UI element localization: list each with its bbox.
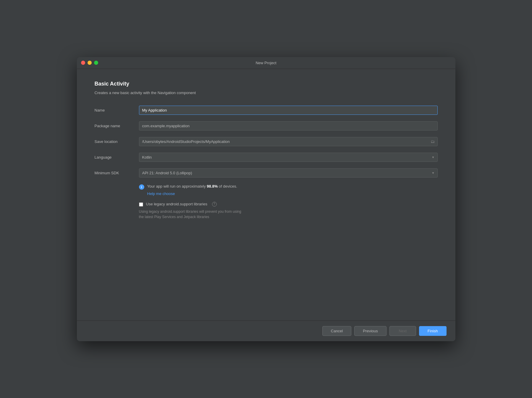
previous-button[interactable]: Previous: [354, 326, 387, 336]
legacy-description-text: Using legacy android.support libraries w…: [139, 210, 241, 219]
bottom-bar: Cancel Previous Next Finish: [77, 320, 455, 341]
legacy-description: Using legacy android.support libraries w…: [139, 209, 438, 220]
close-button[interactable]: [81, 61, 85, 65]
page-description: Creates a new basic activity with the Na…: [95, 91, 438, 95]
folder-icon[interactable]: 🗂: [431, 139, 435, 144]
package-row: Package name: [95, 121, 438, 130]
window-title: New Project: [256, 61, 276, 65]
legacy-checkbox[interactable]: [139, 202, 143, 207]
page-title: Basic Activity: [95, 81, 438, 87]
legacy-checkbox-row: Use legacy android.support libraries ?: [139, 202, 438, 207]
legacy-checkbox-label: Use legacy android.support libraries: [146, 202, 207, 206]
package-input[interactable]: [139, 121, 438, 130]
maximize-button[interactable]: [94, 61, 98, 65]
language-select-wrapper: Kotlin Java ▼: [139, 153, 438, 162]
save-location-label: Save location: [95, 139, 139, 144]
name-label: Name: [95, 108, 139, 112]
language-row: Language Kotlin Java ▼: [95, 153, 438, 162]
content-area: Basic Activity Creates a new basic activ…: [77, 69, 455, 320]
coverage-text-before: Your app will run on approximately: [147, 184, 207, 188]
coverage-text: Your app will run on approximately 98.8%…: [147, 184, 237, 188]
save-location-row: Save location 🗂: [95, 137, 438, 146]
finish-button[interactable]: Finish: [419, 326, 447, 336]
coverage-info: i Your app will run on approximately 98.…: [139, 184, 438, 196]
language-label: Language: [95, 155, 139, 159]
title-bar: New Project: [77, 57, 455, 69]
cancel-button[interactable]: Cancel: [322, 326, 351, 336]
minimize-button[interactable]: [88, 61, 92, 65]
min-sdk-select-wrapper: API 21: Android 5.0 (Lollipop) API 23: A…: [139, 168, 438, 178]
min-sdk-select[interactable]: API 21: Android 5.0 (Lollipop) API 23: A…: [139, 168, 438, 178]
min-sdk-row: Minimum SDK API 21: Android 5.0 (Lollipo…: [95, 168, 438, 178]
save-location-wrapper: 🗂: [139, 137, 438, 146]
form-area: Basic Activity Creates a new basic activ…: [95, 81, 438, 312]
name-row: Name: [95, 106, 438, 115]
help-link[interactable]: Help me choose: [147, 191, 438, 196]
question-icon[interactable]: ?: [212, 202, 217, 207]
main-window: New Project Basic Activity Creates a new…: [77, 57, 455, 341]
coverage-row: i Your app will run on approximately 98.…: [139, 184, 438, 190]
info-icon: i: [139, 184, 144, 190]
coverage-text-after: of devices.: [218, 184, 237, 188]
name-input[interactable]: [139, 106, 438, 115]
min-sdk-label: Minimum SDK: [95, 171, 139, 175]
package-label: Package name: [95, 124, 139, 128]
next-button[interactable]: Next: [389, 326, 416, 336]
language-select[interactable]: Kotlin Java: [139, 153, 438, 162]
traffic-lights: [81, 61, 98, 65]
save-location-input[interactable]: [139, 137, 438, 146]
coverage-percent: 98.8%: [207, 184, 218, 188]
